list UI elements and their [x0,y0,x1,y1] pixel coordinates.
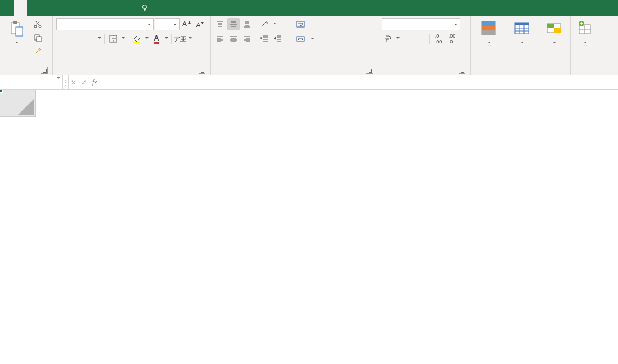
merge-center-button[interactable] [294,33,316,45]
paste-button[interactable] [3,18,29,45]
decrease-indent-button[interactable] [258,33,271,45]
underline-button[interactable] [83,33,96,45]
align-bottom-button[interactable] [241,18,253,30]
tab-insert[interactable] [27,0,41,16]
underline-menu[interactable] [97,37,102,41]
align-right-icon [243,34,252,43]
formula-input[interactable] [100,75,618,89]
name-box[interactable] [0,75,63,89]
percent-button[interactable] [401,33,414,45]
copy-button[interactable] [32,32,44,44]
decrease-indent-icon [260,34,269,43]
currency-icon [383,34,392,43]
svg-rect-3 [16,27,23,36]
accounting-format-button[interactable] [382,33,394,45]
italic-button[interactable] [70,33,82,45]
group-number: .0.00 .00.0 [378,16,471,75]
orientation-icon [260,20,269,29]
increase-font-button[interactable]: A▲ [181,18,193,30]
font-color-button[interactable]: A [150,33,163,45]
align-center-button[interactable] [227,33,240,45]
svg-rect-13 [482,21,495,26]
phonetic-menu[interactable] [187,37,192,41]
enter-formula-button[interactable]: ✓ [81,79,87,87]
insert-function-button[interactable]: fx [89,75,100,89]
table-icon [513,19,531,37]
fill-color-button[interactable] [131,33,143,45]
increase-indent-button[interactable] [272,33,284,45]
number-format-combo[interactable] [382,18,460,30]
orientation-button[interactable] [258,18,271,30]
svg-rect-20 [554,28,561,33]
wrap-text-button[interactable] [294,18,316,30]
borders-menu[interactable] [120,37,126,41]
increase-decimal-button[interactable]: .0.00 [432,33,445,45]
align-right-button[interactable] [241,33,253,45]
conditional-formatting-icon [480,19,498,37]
svg-rect-19 [547,24,554,28]
tell-me-search[interactable] [135,0,158,16]
increase-font-icon: A▲ [182,20,192,28]
decrease-font-button[interactable]: A▼ [194,18,207,30]
select-all-corner[interactable] [0,90,36,117]
paste-label [14,38,19,45]
phonetic-button[interactable]: ア亜 [174,33,186,45]
format-painter-button[interactable] [32,45,44,57]
align-middle-icon [229,20,238,29]
comma-button[interactable] [415,33,427,45]
number-launcher[interactable] [459,67,465,74]
alignment-launcher[interactable] [366,67,373,74]
tab-home[interactable] [14,0,27,16]
decrease-font-icon: A▼ [196,21,204,28]
font-launcher[interactable] [199,67,205,74]
brush-icon [33,47,42,56]
svg-rect-7 [37,37,41,42]
tab-formulas[interactable] [54,0,68,16]
increase-indent-icon [274,34,283,43]
accounting-menu[interactable] [395,37,400,41]
format-as-table-button[interactable] [505,18,539,45]
increase-decimal-icon: .0.00 [435,33,442,44]
group-clipboard [0,16,53,75]
conditional-formatting-button[interactable] [474,18,503,45]
cancel-formula-button[interactable]: ✕ [71,79,77,87]
group-cells [571,16,610,75]
tab-developer[interactable] [108,0,122,16]
bold-button[interactable] [56,33,69,45]
column-headers [36,90,618,117]
svg-rect-14 [482,26,495,30]
table-format-label [520,38,524,45]
cell-styles-button[interactable] [541,18,567,45]
paste-icon [7,19,25,37]
orientation-menu[interactable] [272,23,277,26]
insert-cells-button[interactable] [574,18,595,45]
svg-rect-2 [13,21,17,24]
svg-point-0 [143,5,147,9]
tab-file[interactable] [0,0,14,16]
cells-area[interactable] [36,117,618,364]
decrease-decimal-button[interactable]: .00.0 [446,33,458,45]
font-color-menu[interactable] [164,37,169,41]
fill-color-menu[interactable] [144,37,149,41]
insert-cells-icon [576,19,594,37]
menu-tabs [0,0,618,16]
align-top-button[interactable] [214,18,226,30]
font-name-combo[interactable] [56,18,154,30]
align-left-button[interactable] [214,33,226,45]
decrease-decimal-icon: .00.0 [449,33,456,44]
borders-icon [109,34,118,43]
cut-button[interactable] [32,18,44,30]
tab-view[interactable] [95,0,108,16]
font-size-combo[interactable] [155,18,180,30]
borders-button[interactable] [107,33,119,45]
formula-bar-splitter[interactable]: ⋮ [63,75,69,89]
tab-page-layout[interactable] [41,0,54,16]
tab-help[interactable] [122,0,135,16]
cond-format-label [486,38,491,45]
clipboard-launcher[interactable] [41,67,48,74]
bucket-icon [132,34,141,43]
tab-review[interactable] [81,0,95,16]
align-middle-button[interactable] [227,18,240,30]
tab-data[interactable] [68,0,81,16]
cell-styles-label [552,38,556,45]
